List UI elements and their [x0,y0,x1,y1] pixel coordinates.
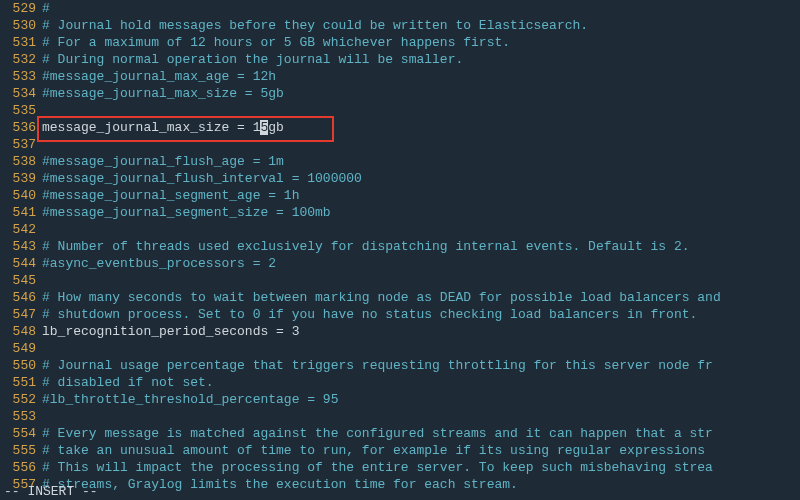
code-line[interactable]: 541#message_journal_segment_size = 100mb [0,204,800,221]
code-content[interactable]: # Journal hold messages before they coul… [36,17,800,34]
line-number: 554 [0,425,36,442]
code-content[interactable]: #lb_throttle_threshold_percentage = 95 [36,391,800,408]
code-content[interactable]: #async_eventbus_processors = 2 [36,255,800,272]
code-content[interactable]: # During normal operation the journal wi… [36,51,800,68]
code-line[interactable]: 539#message_journal_flush_interval = 100… [0,170,800,187]
code-line[interactable]: 532# During normal operation the journal… [0,51,800,68]
line-number: 532 [0,51,36,68]
line-number: 530 [0,17,36,34]
line-number: 541 [0,204,36,221]
line-number: 553 [0,408,36,425]
code-line[interactable]: 552#lb_throttle_threshold_percentage = 9… [0,391,800,408]
code-line[interactable]: 544#async_eventbus_processors = 2 [0,255,800,272]
code-line[interactable]: 534#message_journal_max_size = 5gb [0,85,800,102]
code-line[interactable]: 540#message_journal_segment_age = 1h [0,187,800,204]
code-line[interactable]: 543# Number of threads used exclusively … [0,238,800,255]
code-line[interactable]: 529# [0,0,800,17]
code-line[interactable]: 556# This will impact the processing of … [0,459,800,476]
line-number: 538 [0,153,36,170]
line-number: 531 [0,34,36,51]
code-content[interactable]: # How many seconds to wait between marki… [36,289,800,306]
line-number: 544 [0,255,36,272]
code-content[interactable]: # Journal usage percentage that triggers… [36,357,800,374]
code-line[interactable]: 553 [0,408,800,425]
line-number: 536 [0,119,36,136]
code-content[interactable]: lb_recognition_period_seconds = 3 [36,323,800,340]
code-line[interactable]: 531# For a maximum of 12 hours or 5 GB w… [0,34,800,51]
code-line[interactable]: 546# How many seconds to wait between ma… [0,289,800,306]
terminal-editor[interactable]: 529#530# Journal hold messages before th… [0,0,800,493]
code-content[interactable]: # shutdown process. Set to 0 if you have… [36,306,800,323]
code-line[interactable]: 547# shutdown process. Set to 0 if you h… [0,306,800,323]
code-content[interactable]: #message_journal_flush_interval = 100000… [36,170,800,187]
code-content[interactable]: #message_journal_segment_size = 100mb [36,204,800,221]
line-number: 529 [0,0,36,17]
code-line[interactable]: 550# Journal usage percentage that trigg… [0,357,800,374]
code-line[interactable]: 530# Journal hold messages before they c… [0,17,800,34]
code-content[interactable]: # Number of threads used exclusively for… [36,238,800,255]
line-number: 543 [0,238,36,255]
code-line[interactable]: 533#message_journal_max_age = 12h [0,68,800,85]
line-number: 535 [0,102,36,119]
code-content[interactable]: #message_journal_max_size = 5gb [36,85,800,102]
vim-mode-indicator: -- INSERT -- [4,484,98,499]
line-number: 546 [0,289,36,306]
code-content[interactable]: #message_journal_max_age = 12h [36,68,800,85]
line-number: 537 [0,136,36,153]
vim-status-bar: -- INSERT -- [0,483,800,500]
text-before-cursor: message_journal_max_size = 1 [42,120,260,135]
line-number: 549 [0,340,36,357]
line-number: 539 [0,170,36,187]
code-line[interactable]: 554# Every message is matched against th… [0,425,800,442]
line-number: 550 [0,357,36,374]
code-line[interactable]: 548lb_recognition_period_seconds = 3 [0,323,800,340]
line-number: 547 [0,306,36,323]
code-content[interactable]: # This will impact the processing of the… [36,459,800,476]
line-number: 548 [0,323,36,340]
line-number: 540 [0,187,36,204]
code-content[interactable]: message_journal_max_size = 15gb [36,119,800,136]
code-content[interactable]: #message_journal_segment_age = 1h [36,187,800,204]
code-line[interactable]: 555# take an unusual amount of time to r… [0,442,800,459]
code-line[interactable]: 549 [0,340,800,357]
code-content[interactable]: # [36,0,800,17]
line-number: 556 [0,459,36,476]
code-content[interactable]: # disabled if not set. [36,374,800,391]
code-content[interactable]: #message_journal_flush_age = 1m [36,153,800,170]
line-number: 545 [0,272,36,289]
code-content[interactable]: # take an unusual amount of time to run,… [36,442,800,459]
code-line[interactable]: 535 [0,102,800,119]
code-line[interactable]: 542 [0,221,800,238]
line-number: 551 [0,374,36,391]
code-line[interactable]: 536message_journal_max_size = 15gb [0,119,800,136]
code-line[interactable]: 545 [0,272,800,289]
line-number: 542 [0,221,36,238]
line-number: 533 [0,68,36,85]
code-content[interactable]: # Every message is matched against the c… [36,425,800,442]
line-number: 534 [0,85,36,102]
code-line[interactable]: 551# disabled if not set. [0,374,800,391]
code-line[interactable]: 538#message_journal_flush_age = 1m [0,153,800,170]
line-number: 552 [0,391,36,408]
code-line[interactable]: 537 [0,136,800,153]
text-after-cursor: gb [268,120,284,135]
line-number: 555 [0,442,36,459]
code-content[interactable]: # For a maximum of 12 hours or 5 GB whic… [36,34,800,51]
